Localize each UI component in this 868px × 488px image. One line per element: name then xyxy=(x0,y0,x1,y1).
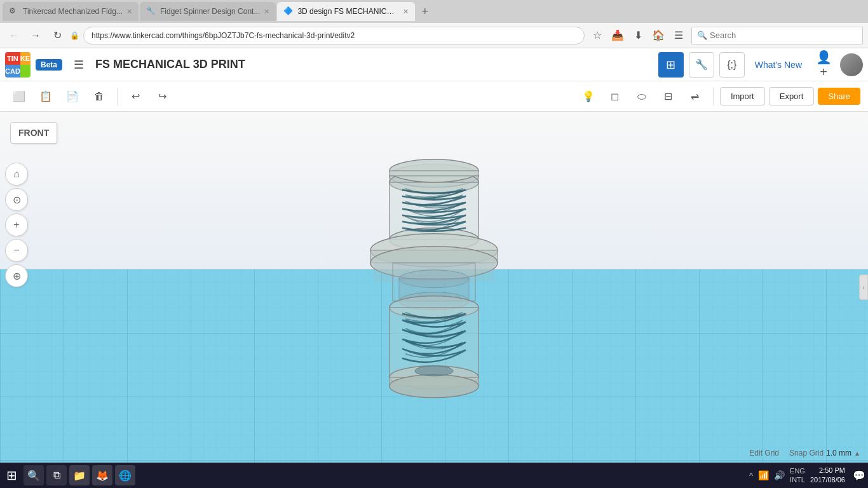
avatar-image xyxy=(840,53,863,76)
firefox-button[interactable]: 🦊 xyxy=(92,465,112,485)
snap-grid-label: Snap Grid xyxy=(789,449,824,458)
lock-icon: 🔒 xyxy=(70,31,79,40)
avatar[interactable] xyxy=(840,53,863,76)
delete-button[interactable]: 🗑 xyxy=(88,85,111,108)
redo-button[interactable]: ↪ xyxy=(151,85,173,108)
search-icon: 🔍 xyxy=(697,30,707,40)
browser-button[interactable]: 🌐 xyxy=(115,465,135,485)
volume-icon[interactable]: 🔊 xyxy=(774,470,785,480)
3d-model xyxy=(355,139,513,409)
edit-toolbar: ⬜ 📋 📄 🗑 ↩ ↪ 💡 ◻ ⬭ ⊟ ⇌ Import Export Shar… xyxy=(0,81,868,112)
refresh-button[interactable]: ↻ xyxy=(48,27,66,44)
import-button[interactable]: Import xyxy=(720,87,765,105)
mirror-button[interactable]: ⇌ xyxy=(684,85,707,108)
svg-rect-23 xyxy=(390,171,478,176)
grid-view-button[interactable]: ⊞ xyxy=(658,52,684,78)
taskbar: ⊞ 🔍 ⧉ 📁 🦊 🌐 ^ 📶 🔊 ENG INTL 2:50 PM 2017/… xyxy=(0,463,868,488)
network-icon[interactable]: 📶 xyxy=(758,470,769,480)
svg-point-21 xyxy=(415,366,453,376)
tab-3-favicon: 🔷 xyxy=(283,6,294,17)
logo-tin: TIN xyxy=(5,52,20,65)
toolbar-separator-2 xyxy=(713,88,714,105)
edit-toolbar-right: 💡 ◻ ⬭ ⊟ ⇌ Import Export Share xyxy=(577,85,860,108)
tab-2-close[interactable]: ✕ xyxy=(264,8,269,16)
code-tool-button[interactable]: {;} xyxy=(719,52,745,78)
bookmark-star-button[interactable]: ☆ xyxy=(588,27,606,44)
new-tab-button[interactable]: + xyxy=(416,2,433,21)
tab-1-close[interactable]: ✕ xyxy=(126,8,132,16)
undo-button[interactable]: ↩ xyxy=(124,85,147,108)
bottom-info-bar: Edit Grid Snap Grid 1.0 mm ▲ xyxy=(749,449,860,458)
whats-new-button[interactable]: What's New xyxy=(750,57,807,72)
paste-button[interactable]: 📄 xyxy=(61,85,84,108)
tab-3-close[interactable]: ✕ xyxy=(403,8,409,16)
browser-chrome: ⚙ Tinkercad Mechanized Fidg... ✕ 🔧 Fidge… xyxy=(0,0,868,112)
copy-button[interactable]: 📋 xyxy=(34,85,57,108)
address-actions: ☆ 📥 ⬇ 🏠 ☰ xyxy=(588,27,688,44)
app-header: TIN KER CAD Beta ☰ FS MECHANICAL 3D PRIN… xyxy=(0,48,868,81)
tab-1-favicon: ⚙ xyxy=(9,6,19,17)
orbit-view-button[interactable]: ⊙ xyxy=(5,188,28,211)
snap-grid-value: 1.0 mm xyxy=(826,449,851,458)
front-label: FRONT xyxy=(10,122,57,144)
edit-grid-button[interactable]: Edit Grid xyxy=(749,449,779,458)
system-tray: ^ 📶 🔊 ENG INTL 2:50 PM 2017/08/06 💬 xyxy=(749,466,865,485)
view-controls: ⌂ ⊙ + − ⊕ xyxy=(5,163,28,287)
home-button[interactable]: 🏠 xyxy=(649,27,667,44)
menu-hamburger-button[interactable]: ☰ xyxy=(67,53,90,76)
pocket-button[interactable]: 📥 xyxy=(609,27,627,44)
3d-viewport[interactable]: FRONT ⌂ ⊙ + − ⊕ xyxy=(0,112,868,463)
toolbar-separator xyxy=(117,88,118,105)
notification-icon[interactable]: 💬 xyxy=(853,470,865,482)
tab-3[interactable]: 🔷 3D design FS MECHANICAL ... ✕ xyxy=(277,2,415,21)
tab-1[interactable]: ⚙ Tinkercad Mechanized Fidg... ✕ xyxy=(3,2,139,21)
task-view-button[interactable]: ⧉ xyxy=(46,465,67,485)
lightbulb-button[interactable]: 💡 xyxy=(577,85,600,108)
tray-expand-icon[interactable]: ^ xyxy=(749,471,753,480)
clock-time: 2:50 PM xyxy=(810,466,845,475)
new-design-button[interactable]: ⬜ xyxy=(8,85,31,108)
logo-extra xyxy=(20,65,31,78)
menu-button[interactable]: ☰ xyxy=(670,27,688,44)
home-view-button[interactable]: ⌂ xyxy=(5,163,28,186)
fit-view-button[interactable]: ⊕ xyxy=(5,264,28,287)
snap-grid-control: Snap Grid 1.0 mm ▲ xyxy=(789,449,860,458)
model-svg xyxy=(355,139,513,406)
svg-point-20 xyxy=(390,375,478,398)
tab-bar: ⚙ Tinkercad Mechanized Fidg... ✕ 🔧 Fidge… xyxy=(0,0,868,23)
beta-badge: Beta xyxy=(36,59,62,71)
address-bar: ← → ↻ 🔒 ☆ 📥 ⬇ 🏠 ☰ 🔍 xyxy=(0,23,868,48)
wrench-tool-button[interactable]: 🔧 xyxy=(689,52,714,78)
search-taskbar-button[interactable]: 🔍 xyxy=(24,465,44,485)
design-title: FS MECHANICAL 3D PRINT xyxy=(95,58,653,71)
url-bar[interactable] xyxy=(83,27,585,44)
search-bar: 🔍 xyxy=(691,27,863,44)
tab-3-title: 3D design FS MECHANICAL ... xyxy=(297,7,399,16)
circle-shape-button[interactable]: ⬭ xyxy=(630,85,653,108)
header-right: ⊞ 🔧 {;} What's New 👤+ xyxy=(658,52,863,78)
add-user-button[interactable]: 👤+ xyxy=(812,53,835,76)
export-button[interactable]: Export xyxy=(769,87,815,105)
logo-ker: KER xyxy=(20,52,31,65)
main-area: FRONT ⌂ ⊙ + − ⊕ xyxy=(0,112,868,463)
search-input[interactable] xyxy=(710,30,850,40)
back-button[interactable]: ← xyxy=(5,27,23,44)
share-button[interactable]: Share xyxy=(818,88,860,105)
collapse-panel-handle[interactable]: › xyxy=(859,274,868,300)
download-button[interactable]: ⬇ xyxy=(629,27,647,44)
tinkercad-logo: TIN KER CAD xyxy=(5,52,31,78)
shape-button[interactable]: ◻ xyxy=(604,85,627,108)
start-button[interactable]: ⊞ xyxy=(3,468,21,483)
file-explorer-button[interactable]: 📁 xyxy=(69,465,90,485)
zoom-in-button[interactable]: + xyxy=(5,214,28,236)
clock-date: 2017/08/06 xyxy=(810,475,845,485)
snap-grid-expand-button[interactable]: ▲ xyxy=(854,450,860,457)
align-button[interactable]: ⊟ xyxy=(657,85,680,108)
tab-2-title: Fidget Spinner Design Cont... xyxy=(160,7,260,16)
forward-button[interactable]: → xyxy=(27,27,44,44)
tab-1-title: Tinkercad Mechanized Fidg... xyxy=(23,7,123,16)
logo-cad: CAD xyxy=(5,65,20,78)
tab-2-favicon: 🔧 xyxy=(146,6,156,17)
tab-2[interactable]: 🔧 Fidget Spinner Design Cont... ✕ xyxy=(140,2,276,21)
zoom-out-button[interactable]: − xyxy=(5,239,28,262)
